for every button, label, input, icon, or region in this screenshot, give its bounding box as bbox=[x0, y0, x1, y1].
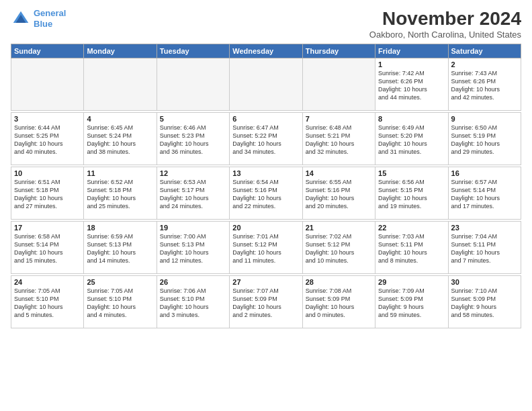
day-info: Sunrise: 7:08 AM Sunset: 5:09 PM Dayligh… bbox=[306, 287, 372, 320]
day-info: Sunrise: 6:47 AM Sunset: 5:22 PM Dayligh… bbox=[232, 124, 299, 156]
day-info: Sunrise: 7:04 AM Sunset: 5:11 PM Dayligh… bbox=[451, 232, 518, 265]
day-number: 13 bbox=[232, 169, 299, 177]
day-info: Sunrise: 6:50 AM Sunset: 5:19 PM Dayligh… bbox=[451, 124, 518, 156]
day-info: Sunrise: 7:06 AM Sunset: 5:10 PM Dayligh… bbox=[160, 287, 226, 320]
day-info: Sunrise: 6:54 AM Sunset: 5:16 PM Dayligh… bbox=[232, 178, 299, 211]
day-number: 1 bbox=[378, 60, 445, 68]
calendar-cell bbox=[84, 58, 157, 111]
day-info: Sunrise: 7:02 AM Sunset: 5:12 PM Dayligh… bbox=[306, 232, 372, 265]
header-wednesday: Wednesday bbox=[230, 44, 302, 58]
day-number: 2 bbox=[451, 60, 518, 68]
day-number: 27 bbox=[232, 278, 299, 286]
day-info: Sunrise: 7:43 AM Sunset: 6:26 PM Dayligh… bbox=[451, 69, 518, 102]
calendar-cell: 19Sunrise: 7:00 AM Sunset: 5:13 PM Dayli… bbox=[157, 222, 229, 274]
header-friday: Friday bbox=[375, 44, 448, 58]
calendar-table: Sunday Monday Tuesday Wednesday Thursday… bbox=[11, 44, 521, 328]
calendar-cell: 17Sunrise: 6:58 AM Sunset: 5:14 PM Dayli… bbox=[11, 222, 84, 274]
day-number: 20 bbox=[232, 224, 299, 232]
calendar-cell: 11Sunrise: 6:52 AM Sunset: 5:18 PM Dayli… bbox=[84, 167, 157, 220]
calendar-cell: 12Sunrise: 6:53 AM Sunset: 5:17 PM Dayli… bbox=[157, 167, 229, 220]
calendar-cell: 16Sunrise: 6:57 AM Sunset: 5:14 PM Dayli… bbox=[448, 167, 521, 220]
calendar-cell: 1Sunrise: 7:42 AM Sunset: 6:26 PM Daylig… bbox=[375, 58, 448, 111]
day-number: 23 bbox=[451, 224, 518, 232]
calendar-cell: 5Sunrise: 6:46 AM Sunset: 5:23 PM Daylig… bbox=[157, 113, 229, 165]
day-number: 28 bbox=[306, 278, 372, 286]
logo-blue: Blue bbox=[34, 19, 52, 29]
calendar-cell: 15Sunrise: 6:56 AM Sunset: 5:15 PM Dayli… bbox=[375, 167, 448, 220]
calendar-cell: 30Sunrise: 7:10 AM Sunset: 5:09 PM Dayli… bbox=[448, 276, 521, 328]
month-title: November 2024 bbox=[369, 8, 521, 30]
page-container: General Blue November 2024 Oakboro, Nort… bbox=[0, 0, 532, 411]
day-info: Sunrise: 6:57 AM Sunset: 5:14 PM Dayligh… bbox=[451, 178, 518, 211]
calendar-cell: 6Sunrise: 6:47 AM Sunset: 5:22 PM Daylig… bbox=[230, 113, 302, 165]
calendar-cell: 25Sunrise: 7:05 AM Sunset: 5:10 PM Dayli… bbox=[84, 276, 157, 328]
day-number: 4 bbox=[87, 115, 153, 123]
header: General Blue November 2024 Oakboro, Nort… bbox=[11, 8, 521, 40]
day-info: Sunrise: 6:53 AM Sunset: 5:17 PM Dayligh… bbox=[160, 178, 226, 211]
day-number: 19 bbox=[160, 224, 226, 232]
day-number: 30 bbox=[451, 278, 518, 286]
day-info: Sunrise: 6:58 AM Sunset: 5:14 PM Dayligh… bbox=[14, 232, 81, 265]
day-number: 22 bbox=[378, 224, 445, 232]
day-info: Sunrise: 6:49 AM Sunset: 5:20 PM Dayligh… bbox=[378, 124, 445, 156]
day-number: 29 bbox=[378, 278, 445, 286]
calendar-cell: 10Sunrise: 6:51 AM Sunset: 5:18 PM Dayli… bbox=[11, 167, 84, 220]
location: Oakboro, North Carolina, United States bbox=[369, 30, 521, 40]
calendar-cell: 2Sunrise: 7:43 AM Sunset: 6:26 PM Daylig… bbox=[448, 58, 521, 111]
calendar-cell: 29Sunrise: 7:09 AM Sunset: 5:09 PM Dayli… bbox=[375, 276, 448, 328]
day-number: 17 bbox=[14, 224, 81, 232]
day-info: Sunrise: 7:01 AM Sunset: 5:12 PM Dayligh… bbox=[232, 232, 299, 265]
calendar-cell: 20Sunrise: 7:01 AM Sunset: 5:12 PM Dayli… bbox=[230, 222, 302, 274]
title-block: November 2024 Oakboro, North Carolina, U… bbox=[369, 8, 521, 40]
day-number: 11 bbox=[87, 169, 153, 177]
calendar-cell: 9Sunrise: 6:50 AM Sunset: 5:19 PM Daylig… bbox=[448, 113, 521, 165]
day-number: 15 bbox=[378, 169, 445, 177]
day-number: 24 bbox=[14, 278, 81, 286]
day-info: Sunrise: 7:09 AM Sunset: 5:09 PM Dayligh… bbox=[378, 287, 445, 320]
day-number: 21 bbox=[306, 224, 372, 232]
header-thursday: Thursday bbox=[302, 44, 375, 58]
calendar-cell: 4Sunrise: 6:45 AM Sunset: 5:24 PM Daylig… bbox=[84, 113, 157, 165]
calendar-cell: 27Sunrise: 7:07 AM Sunset: 5:09 PM Dayli… bbox=[230, 276, 302, 328]
calendar-cell: 18Sunrise: 6:59 AM Sunset: 5:13 PM Dayli… bbox=[84, 222, 157, 274]
day-info: Sunrise: 6:52 AM Sunset: 5:18 PM Dayligh… bbox=[87, 178, 153, 211]
day-info: Sunrise: 7:05 AM Sunset: 5:10 PM Dayligh… bbox=[87, 287, 153, 320]
day-number: 9 bbox=[451, 115, 518, 123]
header-saturday: Saturday bbox=[448, 44, 521, 58]
calendar-cell: 28Sunrise: 7:08 AM Sunset: 5:09 PM Dayli… bbox=[302, 276, 375, 328]
calendar-cell: 7Sunrise: 6:48 AM Sunset: 5:21 PM Daylig… bbox=[302, 113, 375, 165]
day-info: Sunrise: 7:03 AM Sunset: 5:11 PM Dayligh… bbox=[378, 232, 445, 265]
logo: General Blue bbox=[11, 8, 66, 29]
logo-general: General bbox=[34, 8, 66, 18]
day-info: Sunrise: 6:45 AM Sunset: 5:24 PM Dayligh… bbox=[87, 124, 153, 156]
calendar-cell: 23Sunrise: 7:04 AM Sunset: 5:11 PM Dayli… bbox=[448, 222, 521, 274]
calendar-cell: 26Sunrise: 7:06 AM Sunset: 5:10 PM Dayli… bbox=[157, 276, 229, 328]
calendar-cell: 3Sunrise: 6:44 AM Sunset: 5:25 PM Daylig… bbox=[11, 113, 84, 165]
day-number: 6 bbox=[232, 115, 299, 123]
calendar-cell: 21Sunrise: 7:02 AM Sunset: 5:12 PM Dayli… bbox=[302, 222, 375, 274]
calendar-cell bbox=[157, 58, 229, 111]
day-number: 12 bbox=[160, 169, 226, 177]
day-info: Sunrise: 6:55 AM Sunset: 5:16 PM Dayligh… bbox=[306, 178, 372, 211]
day-info: Sunrise: 6:46 AM Sunset: 5:23 PM Dayligh… bbox=[160, 124, 226, 156]
day-info: Sunrise: 6:44 AM Sunset: 5:25 PM Dayligh… bbox=[14, 124, 81, 156]
day-info: Sunrise: 7:42 AM Sunset: 6:26 PM Dayligh… bbox=[378, 69, 445, 102]
logo-text: General Blue bbox=[34, 8, 66, 29]
calendar-cell bbox=[11, 58, 84, 111]
day-info: Sunrise: 6:59 AM Sunset: 5:13 PM Dayligh… bbox=[87, 232, 153, 265]
calendar-cell bbox=[302, 58, 375, 111]
day-number: 5 bbox=[160, 115, 226, 123]
calendar-cell: 13Sunrise: 6:54 AM Sunset: 5:16 PM Dayli… bbox=[230, 167, 302, 220]
header-sunday: Sunday bbox=[11, 44, 84, 58]
calendar-cell: 14Sunrise: 6:55 AM Sunset: 5:16 PM Dayli… bbox=[302, 167, 375, 220]
day-info: Sunrise: 7:00 AM Sunset: 5:13 PM Dayligh… bbox=[160, 232, 226, 265]
day-info: Sunrise: 7:05 AM Sunset: 5:10 PM Dayligh… bbox=[14, 287, 81, 320]
day-number: 25 bbox=[87, 278, 153, 286]
day-number: 26 bbox=[160, 278, 226, 286]
day-info: Sunrise: 7:10 AM Sunset: 5:09 PM Dayligh… bbox=[451, 287, 518, 320]
day-info: Sunrise: 6:51 AM Sunset: 5:18 PM Dayligh… bbox=[14, 178, 81, 211]
calendar-cell: 8Sunrise: 6:49 AM Sunset: 5:20 PM Daylig… bbox=[375, 113, 448, 165]
calendar-cell bbox=[230, 58, 302, 111]
day-number: 3 bbox=[14, 115, 81, 123]
header-monday: Monday bbox=[84, 44, 157, 58]
